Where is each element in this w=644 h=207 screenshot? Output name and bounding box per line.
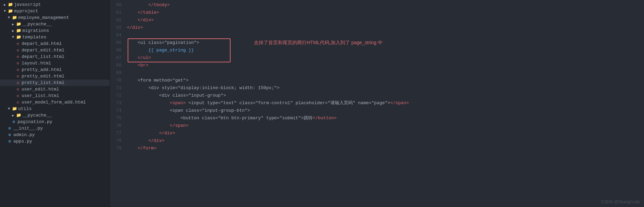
code-line-61: 61 </table> (110, 9, 644, 16)
tree-item-label: myproject (14, 9, 109, 14)
folder-icon: 📁 (12, 15, 17, 20)
tree-item-user_list.html[interactable]: ◇user_list.html (0, 93, 109, 99)
code-line-69: 69 (110, 69, 644, 77)
line-content: <br> (127, 62, 644, 69)
tree-item-label: admin.py (13, 132, 109, 137)
code-line-78: 78 </div> (110, 137, 644, 145)
html-file-icon: ◇ (15, 100, 21, 105)
html-file-icon: ◇ (15, 67, 21, 72)
folder-icon: 📁 (16, 113, 21, 118)
line-number: 62 (110, 16, 127, 24)
line-number: 74 (110, 107, 127, 114)
py-file-icon: ⚙ (7, 132, 12, 137)
chevron-icon: ▼ (11, 35, 15, 39)
tree-item-employee_management[interactable]: ▼📁employee_management (0, 14, 109, 21)
file-tree: ▶📁javascript▼📁myproject▼📁employee_manage… (0, 0, 110, 207)
tree-item-label: layout.html (22, 61, 109, 66)
tree-item-depart_list.html[interactable]: ◇depart_list.html (0, 53, 109, 60)
line-content: </div> (127, 130, 644, 137)
line-content: </div> (127, 16, 644, 24)
line-content: </table> (127, 9, 644, 16)
html-file-icon: ◇ (15, 87, 21, 92)
watermark: CSDN @ShangCode (601, 199, 640, 204)
tree-item-label: migrations (22, 28, 109, 33)
line-content: <ul class="pagination"> (127, 39, 644, 47)
tree-item-label: user_edit.html (22, 87, 109, 92)
tree-item-pycache[interactable]: ▶📁__pycache__ (0, 21, 109, 27)
line-content: <button class="btn btn-primary" type="su… (127, 114, 644, 122)
line-content: </ul> (127, 54, 644, 62)
line-number: 67 (110, 54, 127, 62)
line-number: 73 (110, 99, 127, 107)
tree-item-apps.py[interactable]: ⚙apps.py (0, 138, 109, 145)
line-number: 69 (110, 69, 127, 77)
tree-item-label: templates (22, 35, 109, 40)
tree-item-pretty_edit.html[interactable]: ◇pretty_edit.html (0, 73, 109, 80)
tree-item-myproject[interactable]: ▼📁myproject (0, 8, 109, 14)
tree-item-templates[interactable]: ▼📁templates (0, 34, 109, 40)
line-content: <span class="input-group-btn"> (127, 107, 644, 114)
line-content (127, 32, 644, 39)
html-file-icon: ◇ (15, 93, 21, 98)
tree-item-label: user_model_form_add.html (22, 100, 109, 105)
tree-item-label: __pycache__ (22, 22, 109, 27)
chevron-icon: ▼ (7, 16, 11, 20)
code-line-60: 60 </tbody> (110, 1, 644, 9)
line-content (127, 69, 644, 77)
chevron-icon: ▶ (11, 113, 15, 118)
tree-item-migrations[interactable]: ▶📁migrations (0, 27, 109, 34)
folder-icon: 📁 (16, 22, 21, 27)
code-line-64: 64 (110, 32, 644, 39)
line-number: 76 (110, 122, 127, 130)
py-file-icon: ⚙ (11, 119, 16, 124)
code-line-63: 63</div> (110, 24, 644, 32)
tree-item-label: __init__.py (13, 126, 109, 131)
tree-item-label: employee_management (18, 15, 109, 20)
code-line-72: 72 <div class="input-group"> (110, 92, 644, 99)
tree-item-utils[interactable]: ▼📁utils (0, 106, 109, 112)
html-file-icon: ◇ (15, 41, 21, 46)
tree-item-depart_edit.html[interactable]: ◇depart_edit.html (0, 47, 109, 53)
chevron-icon: ▼ (3, 9, 7, 13)
code-editor: 60 </tbody>61 </table>62 </div>63</div>6… (110, 0, 644, 207)
code-line-62: 62 </div> (110, 16, 644, 24)
line-number: 75 (110, 114, 127, 122)
annotation-text: 去掉了首页和尾页的两行HTML代码,加入到了 page_string 中 (254, 40, 383, 46)
tree-item-label: javascript (14, 2, 109, 7)
code-line-77: 77 </div> (110, 130, 644, 137)
tree-item-label: pagination.py (17, 119, 109, 124)
code-line-75: 75 <button class="btn btn-primary" type=… (110, 114, 644, 122)
line-content: {{ page_string }} (127, 47, 644, 54)
tree-item-user_edit.html[interactable]: ◇user_edit.html (0, 86, 109, 93)
line-content: <span> <input type="text" class="form-co… (127, 99, 644, 107)
tree-item-utils_pycache[interactable]: ▶📁__pycache__ (0, 112, 109, 119)
tree-item-javascript[interactable]: ▶📁javascript (0, 1, 109, 8)
folder-icon: 📁 (16, 28, 21, 33)
line-number: 71 (110, 84, 127, 92)
line-number: 72 (110, 92, 127, 99)
line-number: 78 (110, 137, 127, 145)
tree-item-label: apps.py (13, 139, 109, 144)
line-content: <div style="display:inline-block; width:… (127, 84, 644, 92)
chevron-icon: ▼ (7, 107, 11, 111)
tree-item-label: utils (18, 106, 109, 111)
tree-item-depart_add.html[interactable]: ◇depart_add.html (0, 40, 109, 47)
line-content: </div> (127, 137, 644, 145)
tree-item-user_model_form_add.html[interactable]: ◇user_model_form_add.html (0, 99, 109, 106)
tree-item-label: pretty_list.html (22, 80, 109, 85)
line-number: 77 (110, 130, 127, 137)
line-content: </div> (127, 24, 644, 32)
folder-icon: 📁 (12, 106, 17, 111)
tree-item-pagination.py[interactable]: ⚙pagination.py (0, 119, 109, 125)
tree-item-label: pretty_add.html (22, 67, 109, 72)
line-number: 61 (110, 9, 127, 16)
line-content: <div class="input-group"> (127, 92, 644, 99)
html-file-icon: ◇ (15, 54, 21, 59)
tree-item-init.py[interactable]: ⚙__init__.py (0, 125, 109, 132)
tree-item-pretty_add.html[interactable]: ◇pretty_add.html (0, 66, 109, 73)
html-file-icon: ◇ (15, 48, 21, 53)
tree-item-pretty_list.html[interactable]: ◇pretty_list.html (0, 80, 109, 86)
code-line-68: 68 <br> (110, 62, 644, 69)
tree-item-layout.html[interactable]: ◇layout.html (0, 60, 109, 66)
tree-item-admin.py[interactable]: ⚙admin.py (0, 132, 109, 138)
